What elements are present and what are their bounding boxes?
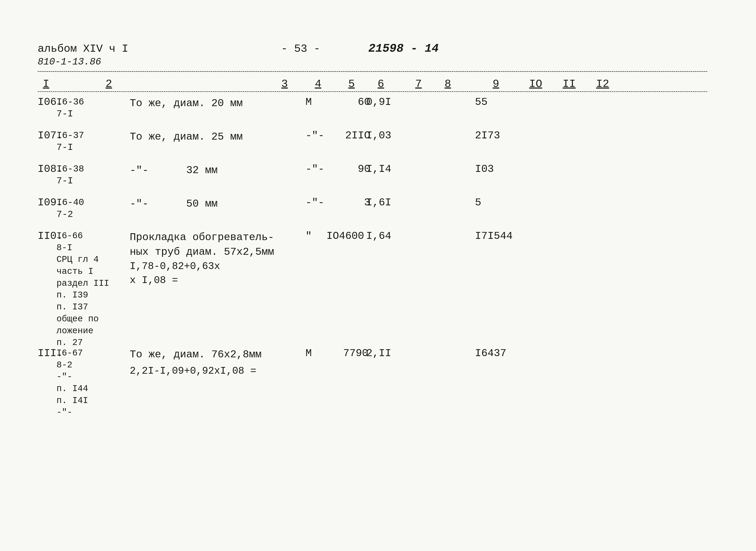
row-106-mass: 0,9I bbox=[366, 96, 391, 108]
row-106-desc: То же, диам. 20 мм bbox=[130, 96, 243, 111]
row-108-unit: -"- bbox=[305, 163, 324, 175]
table-row: II0. I6-668-IСРЦ гл 4часть Iраздел IIIп.… bbox=[38, 230, 707, 335]
header: альбом XIV ч I - 53 - 21598 - 14 bbox=[38, 42, 707, 55]
row-109-unit: -"- bbox=[305, 196, 324, 208]
row-108-ref: I6-387-I bbox=[56, 163, 84, 187]
album-label: альбом bbox=[38, 43, 77, 55]
row-110-unit: " bbox=[305, 230, 312, 242]
row-110-col9: I7I544 bbox=[475, 230, 513, 242]
col-header-8: 8 bbox=[435, 78, 460, 90]
row-107-mass: I,03 bbox=[366, 130, 391, 141]
row-106-ref: I6-367-I bbox=[56, 96, 84, 120]
row-110-desc2: I,78-0,82+0,63хх I,08 = bbox=[130, 259, 220, 288]
row-111-desc2: 2,2I-I,09+0,92хI,08 = bbox=[130, 364, 256, 378]
row-107-ref: I6-377-I bbox=[56, 130, 84, 153]
columns-header-row: I 2 3 4 5 6 7 8 9 IO II I2 bbox=[38, 73, 707, 92]
document-container: альбом XIV ч I - 53 - 21598 - 14 810-1-1… bbox=[38, 42, 707, 439]
col-header-7: 7 bbox=[406, 78, 431, 90]
album-roman-i: I bbox=[122, 43, 128, 55]
row-110-mass: I,64 bbox=[366, 230, 391, 242]
row-111-mass: 2,II bbox=[366, 347, 391, 359]
row-111-qty: 7790 bbox=[337, 347, 368, 359]
row-110-qty: IO4600 bbox=[326, 230, 358, 242]
table-row: I06. I6-367-I То же, диам. 20 мм М 60 0,… bbox=[38, 96, 707, 119]
col-header-10: IO bbox=[521, 78, 550, 90]
doc-number: 21598 - 14 bbox=[368, 42, 439, 55]
row-111-unit: М bbox=[305, 347, 312, 359]
col-header-2: 2 bbox=[80, 78, 138, 90]
col-header-11: II bbox=[557, 78, 582, 90]
row-110-ref: I6-668-IСРЦ гл 4часть Iраздел IIIп. I39п… bbox=[56, 230, 109, 349]
row-109-col9: 5 bbox=[475, 196, 481, 208]
row-108-qty: 90 bbox=[339, 163, 370, 175]
row-111-col9: I6437 bbox=[475, 347, 506, 359]
row-108-mass: I,I4 bbox=[366, 163, 391, 175]
row-107-col9: 2I73 bbox=[475, 130, 500, 141]
table-row: III. I6-678-2-"-п. I44п. I4I-"- То же, д… bbox=[38, 347, 707, 427]
row-111-desc: То же, диам. 76х2,8мм bbox=[130, 347, 262, 362]
col-header-12: I2 bbox=[590, 78, 615, 90]
row-107-desc: То же, диам. 25 мм bbox=[130, 130, 243, 144]
row-111-ref: I6-678-2-"-п. I44п. I4I-"- bbox=[56, 347, 88, 419]
document-page: альбом XIV ч I - 53 - 21598 - 14 810-1-1… bbox=[0, 0, 756, 551]
table-row: I07. I6-377-I То же, диам. 25 мм -"- 2II… bbox=[38, 130, 707, 153]
row-109-mass: I,6I bbox=[366, 196, 391, 208]
row-107-qty: 2IIO bbox=[339, 130, 370, 141]
col-header-9: 9 bbox=[475, 78, 517, 90]
row-106-col9: 55 bbox=[475, 96, 488, 108]
top-separator bbox=[38, 71, 707, 72]
row-109-ref: I6-407-2 bbox=[56, 196, 84, 220]
data-table: I06. I6-367-I То же, диам. 20 мм М 60 0,… bbox=[38, 96, 707, 427]
table-row: I08. I6-387-I -"- 32 мм -"- 90 I,I4 I03 bbox=[38, 163, 707, 186]
page-indicator: - 53 - bbox=[281, 43, 320, 55]
col-header-5: 5 bbox=[339, 78, 364, 90]
row-106-unit: М bbox=[305, 96, 312, 108]
album-part: ч bbox=[109, 43, 116, 55]
row-109-desc: -"- 50 мм bbox=[130, 196, 218, 211]
row-108-col9: I03 bbox=[475, 163, 494, 175]
col-header-6: 6 bbox=[368, 78, 393, 90]
row-106-qty: 60 bbox=[339, 96, 370, 108]
album-roman: XIV bbox=[83, 43, 103, 55]
col-header-1: I bbox=[38, 78, 54, 90]
row-107-unit: -"- bbox=[305, 130, 324, 141]
col-header-4: 4 bbox=[305, 78, 331, 90]
album-number: 810-1-13.86 bbox=[38, 56, 707, 67]
row-109-qty: 3 bbox=[339, 196, 370, 208]
row-108-desc: -"- 32 мм bbox=[130, 163, 218, 178]
row-110-desc: Прокладка обогреватель-ных труб диам. 57… bbox=[130, 230, 274, 259]
table-row: I09. I6-407-2 -"- 50 мм -"- 3 I,6I 5 bbox=[38, 196, 707, 219]
